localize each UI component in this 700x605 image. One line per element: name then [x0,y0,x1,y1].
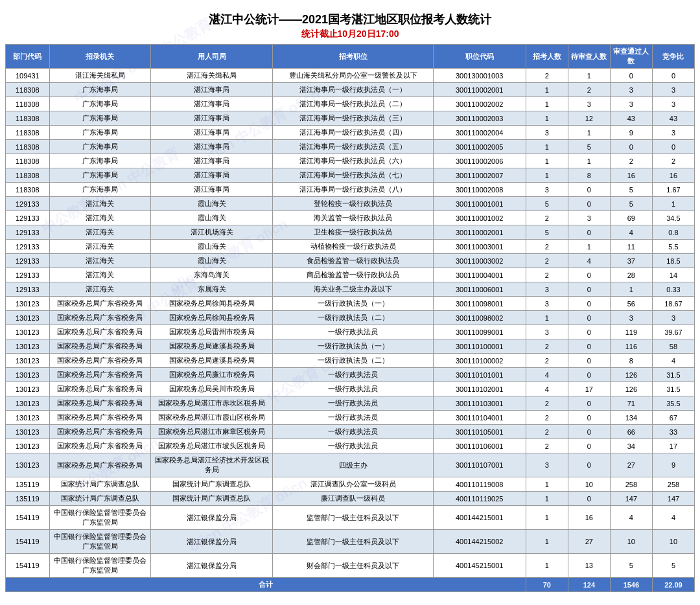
table-cell: 湛江调查队办公室一级科员 [273,477,433,492]
table-cell: 一级行政执法员 [273,396,433,411]
table-cell: 湛江机场海关 [150,225,273,240]
table-cell: 2 [526,211,568,225]
table-cell: 129133 [6,211,50,225]
table-cell: 1 [610,282,652,297]
table-cell: 300110002005 [433,140,526,154]
table-cell: 5 [652,554,694,578]
table-cell: 广东海事局 [49,111,150,126]
table-cell: 国家税务总局广东省税务局 [49,368,150,382]
table-cell: 300110105001 [433,425,526,439]
total-cell: 1546 [610,578,652,592]
table-cell: 0 [568,368,610,382]
table-cell: 10 [652,530,694,554]
table-cell: 10 [568,477,610,492]
table-cell: 118308 [6,111,50,126]
table-cell: 国家税务总局广东省税务局 [49,411,150,425]
table-cell: 4 [610,225,652,240]
table-cell: 300110099001 [433,325,526,339]
table-row: 118308广东海事局湛江海事局湛江海事局一级行政执法员（二）300110002… [6,97,695,111]
table-cell: 1 [568,154,610,168]
table-cell: 湛江海关 [49,254,150,268]
table-cell: 300110001002 [433,211,526,225]
table-cell: 1 [526,492,568,506]
table-cell: 300110003001 [433,240,526,254]
table-cell: 0 [568,183,610,197]
table-cell: 财会部门一级主任科员及以下 [273,554,433,578]
table-cell: 5 [568,140,610,154]
table-cell: 0 [652,69,694,83]
table-cell: 1 [526,506,568,530]
table-cell: 2 [568,83,610,97]
table-row: 135119国家统计局广东调查总队国家统计局广东调查总队湛江调查队办公室一级科员… [6,477,695,492]
table-cell: 湛江海关 [49,268,150,282]
header-code: 职位代码 [433,45,526,69]
table-cell: 1 [568,240,610,254]
header-dept: 部门代码 [6,45,50,69]
table-cell: 一级行政执法员 [273,382,433,396]
table-cell: 国家税务总局遂溪县税务局 [150,339,273,354]
table-cell: 2 [526,268,568,282]
data-table: 部门代码 招录机关 用人司局 招考职位 职位代码 招考人数 待审查人数 审查通过… [5,44,695,592]
table-row: 130123国家税务总局广东省税务局国家税务总局湛江市麻章区税务局一级行政执法员… [6,425,695,439]
table-cell: 12 [568,111,610,126]
table-row: 154119中国银行保险监督管理委员会广东监管局湛江银保监分局监管部门一级主任科… [6,506,695,530]
table-cell: 湛江海事局 [150,154,273,168]
table-cell: 商品检验监管一级行政执法员 [273,268,433,282]
table-cell: 28 [610,268,652,282]
table-cell: 300110098002 [433,311,526,325]
table-cell: 湛江海关 [49,225,150,240]
table-cell: 1 [568,126,610,140]
table-cell: 300130001003 [433,69,526,83]
table-cell: 1 [526,111,568,126]
table-cell: 霞山海关 [150,254,273,268]
table-row: 154119中国银行保险监督管理委员会广东监管局湛江银保监分局监管部门一级主任科… [6,530,695,554]
header-recruit: 招录机关 [49,45,150,69]
table-cell: 0 [568,282,610,297]
header-compete: 竞争比 [652,45,694,69]
table-cell: 300110101001 [433,368,526,382]
table-cell: 5 [526,225,568,240]
table-cell: 18.5 [652,254,694,268]
table-row: 130123国家税务总局广东省税务局国家税务总局吴川市税务局一级行政执法员300… [6,382,695,396]
table-cell: 0 [568,297,610,311]
table-cell: 16 [652,168,694,183]
table-row: 130123国家税务总局广东省税务局国家税务总局遂溪县税务局一级行政执法员（一）… [6,339,695,354]
table-row: 130123国家税务总局广东省税务局国家税务总局湛江经济技术开发区税务局四级主办… [6,453,695,477]
total-row: 合计70124154622.09 [6,578,695,592]
table-cell: 67 [652,411,694,425]
table-cell: 1 [526,154,568,168]
table-cell: 湛江海事局一级行政执法员（四） [273,126,433,140]
table-cell: 5 [610,183,652,197]
table-cell: 东属海关 [150,282,273,297]
table-cell: 16 [610,168,652,183]
table-cell: 湛江海事局 [150,83,273,97]
table-cell: 湛江海事局 [150,111,273,126]
table-cell: 129133 [6,268,50,282]
table-cell: 9 [610,126,652,140]
table-cell: 国家税务总局湛江市霞山区税务局 [150,411,273,425]
table-cell: 129133 [6,282,50,297]
table-cell: 0 [568,339,610,354]
total-cell: 22.09 [652,578,694,592]
table-cell: 动植物检疫一级行政执法员 [273,240,433,254]
header-pending: 待审查人数 [568,45,610,69]
table-cell: 130123 [6,311,50,325]
table-cell: 37 [610,254,652,268]
table-cell: 湛江海事局一级行政执法员（三） [273,111,433,126]
table-cell: 国家税务总局广东省税务局 [49,396,150,411]
table-cell: 国家税务总局广东省税务局 [49,354,150,368]
table-row: 118308广东海事局湛江海事局湛江海事局一级行政执法员（八）300110002… [6,183,695,197]
table-cell: 3 [610,83,652,97]
table-cell: 湛江海事局一级行政执法员（七） [273,168,433,183]
table-cell: 广东海事局 [49,140,150,154]
table-cell: 154119 [6,530,50,554]
table-cell: 3 [568,97,610,111]
table-cell: 国家税务总局廉江市税务局 [150,368,273,382]
table-cell: 一级行政执法员（一） [273,339,433,354]
table-cell: 登轮检疫一级行政执法员 [273,197,433,211]
table-cell: 0 [568,425,610,439]
table-cell: 134 [610,411,652,425]
table-cell: 17 [568,382,610,396]
total-cell: 70 [526,578,568,592]
table-cell: 3 [526,282,568,297]
